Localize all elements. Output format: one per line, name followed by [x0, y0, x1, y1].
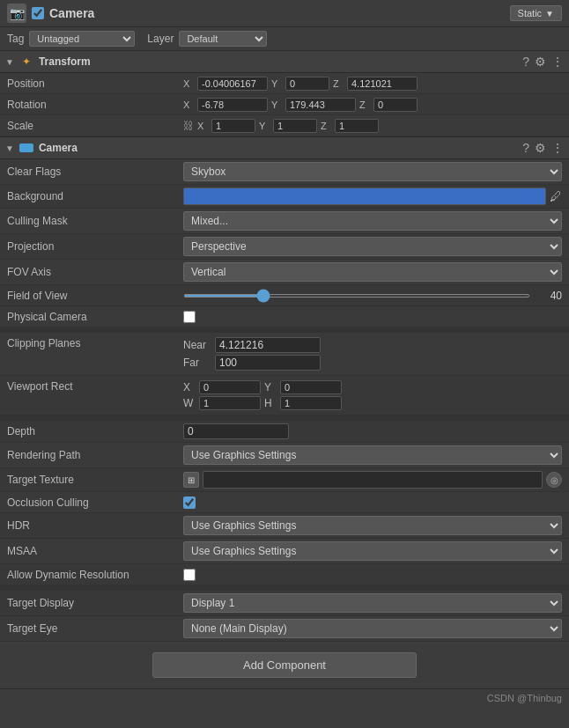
credit-text: CSDN @Thinbug — [487, 693, 562, 703]
pos-y-input[interactable] — [285, 77, 329, 91]
camera-collapse-triangle[interactable]: ▼ — [5, 143, 14, 153]
rendering-path-value: Use Graphics Settings Forward Deferred — [183, 445, 562, 465]
fov-value: 40 — [183, 290, 562, 302]
camera-settings-button[interactable]: ⚙ — [535, 141, 546, 155]
tag-label: Tag — [7, 33, 24, 45]
allow-dynamic-checkbox[interactable] — [183, 569, 196, 581]
near-input[interactable] — [215, 337, 321, 353]
fov-axis-row: FOV Axis Vertical Horizontal — [0, 260, 569, 285]
occlusion-culling-label: Occlusion Culling — [7, 496, 183, 509]
rot-z-input[interactable] — [373, 98, 418, 112]
target-display-select[interactable]: Display 1 Display 2 Display 3 — [183, 593, 562, 613]
position-row: Position X Y Z — [0, 73, 569, 94]
transform-settings-button[interactable]: ⚙ — [535, 55, 546, 69]
transform-properties: Position X Y Z Rotation X Y Z Scale ⛓ X … — [0, 73, 569, 136]
background-label: Background — [7, 190, 183, 202]
position-label: Position — [7, 77, 183, 90]
culling-mask-select[interactable]: Mixed... Nothing Everything — [183, 211, 562, 231]
rot-x-input[interactable] — [197, 98, 268, 112]
vp-xy-row: X Y — [183, 380, 562, 394]
camera-section-title: Camera — [39, 142, 517, 154]
target-texture-input[interactable] — [203, 471, 543, 489]
background-color-field[interactable] — [183, 188, 546, 205]
layer-label: Layer — [147, 33, 174, 45]
layer-select[interactable]: Default — [179, 31, 267, 47]
camera-menu-button[interactable]: ⋮ — [551, 141, 564, 155]
fov-axis-value: Vertical Horizontal — [183, 262, 562, 282]
clear-flags-value: Skybox Solid Color Depth Only Don't Clea… — [183, 162, 562, 181]
msaa-label: MSAA — [7, 545, 183, 557]
depth-label: Depth — [7, 425, 183, 438]
transform-icon: ✦ — [19, 55, 33, 69]
vp-wh-row: W H — [183, 396, 562, 410]
tag-layer-row: Tag Untagged Layer Default — [0, 27, 569, 50]
allow-dynamic-label: Allow Dynamic Resolution — [7, 569, 183, 581]
target-eye-value: None (Main Display) Left Right Both — [183, 619, 562, 638]
vp-x-label: X — [183, 381, 196, 393]
physical-camera-checkbox[interactable] — [183, 311, 196, 323]
vp-y-input[interactable] — [280, 380, 342, 394]
vp-h-label: H — [264, 397, 277, 409]
pos-x-input[interactable] — [197, 77, 268, 91]
vp-w-input[interactable] — [199, 396, 261, 410]
camera-properties: Clear Flags Skybox Solid Color Depth Onl… — [0, 159, 569, 642]
clear-flags-label: Clear Flags — [7, 165, 183, 178]
clear-flags-select[interactable]: Skybox Solid Color Depth Only Don't Clea… — [183, 162, 562, 181]
scale-y-input[interactable] — [273, 119, 317, 133]
scale-value-group: ⛓ X Y Z — [183, 119, 562, 133]
projection-select[interactable]: Perspective Orthographic — [183, 237, 562, 256]
hdr-select[interactable]: Use Graphics Settings Off On — [183, 516, 562, 535]
transform-menu-button[interactable]: ⋮ — [551, 55, 564, 69]
rot-y-input[interactable] — [285, 98, 356, 112]
background-value: 🖊 — [183, 188, 562, 205]
vp-x-input[interactable] — [199, 380, 261, 394]
transform-collapse-triangle[interactable]: ▼ — [5, 57, 14, 67]
scale-x-input[interactable] — [211, 119, 255, 133]
msaa-select-wrap: Use Graphics Settings Off 2x 4x 8x — [183, 541, 562, 561]
msaa-select[interactable]: Use Graphics Settings Off 2x 4x 8x — [183, 541, 562, 561]
fov-slider[interactable] — [183, 294, 530, 298]
far-label: Far — [183, 357, 210, 369]
clipping-planes-label: Clipping Planes — [7, 337, 183, 349]
camera-help-button[interactable]: ? — [522, 141, 529, 155]
viewport-rect-value: X Y W H — [183, 380, 562, 410]
header-bar: 📷 Camera Static ▼ — [0, 0, 569, 27]
scale-z-label: Z — [321, 121, 331, 131]
tag-select[interactable]: Untagged — [29, 31, 135, 47]
physical-camera-label: Physical Camera — [7, 311, 183, 323]
target-texture-picker-button[interactable]: ◎ — [546, 472, 562, 488]
camera-section-header: ▼ Camera ? ⚙ ⋮ — [0, 136, 569, 159]
rendering-path-select[interactable]: Use Graphics Settings Forward Deferred — [183, 445, 562, 465]
target-display-row: Target Display Display 1 Display 2 Displ… — [0, 591, 569, 616]
static-button[interactable]: Static ▼ — [510, 5, 562, 21]
active-checkbox[interactable] — [32, 7, 44, 19]
target-eye-select[interactable]: None (Main Display) Left Right Both — [183, 619, 562, 638]
scale-row: Scale ⛓ X Y Z — [0, 115, 569, 136]
clipping-planes-row: Clipping Planes Near Far — [0, 333, 569, 376]
projection-select-wrap: Perspective Orthographic — [183, 237, 562, 256]
hdr-row: HDR Use Graphics Settings Off On — [0, 513, 569, 539]
camera-object-icon: 📷 — [7, 4, 26, 23]
target-display-select-wrap: Display 1 Display 2 Display 3 — [183, 593, 562, 613]
transform-help-button[interactable]: ? — [522, 55, 529, 69]
allow-dynamic-value — [183, 569, 562, 581]
clear-flags-row: Clear Flags Skybox Solid Color Depth Onl… — [0, 159, 569, 185]
pos-x-label: X — [183, 78, 194, 89]
transform-section-title: Transform — [39, 55, 517, 68]
eyedropper-icon[interactable]: 🖊 — [550, 189, 562, 203]
fov-axis-select[interactable]: Vertical Horizontal — [183, 262, 562, 282]
scale-z-input[interactable] — [335, 119, 379, 133]
add-component-button[interactable]: Add Component — [152, 652, 417, 678]
allow-dynamic-row: Allow Dynamic Resolution — [0, 564, 569, 585]
pos-z-input[interactable] — [347, 77, 418, 91]
vp-h-input[interactable] — [280, 396, 342, 410]
fov-row: Field of View 40 — [0, 285, 569, 306]
depth-input[interactable] — [183, 423, 289, 439]
vp-w-label: W — [183, 397, 196, 409]
occlusion-culling-checkbox[interactable] — [183, 496, 196, 509]
msaa-value: Use Graphics Settings Off 2x 4x 8x — [183, 541, 562, 561]
static-dropdown-arrow: ▼ — [545, 9, 554, 18]
target-eye-label: Target Eye — [7, 622, 183, 635]
far-input[interactable] — [215, 355, 321, 371]
pos-y-label: Y — [271, 78, 282, 89]
